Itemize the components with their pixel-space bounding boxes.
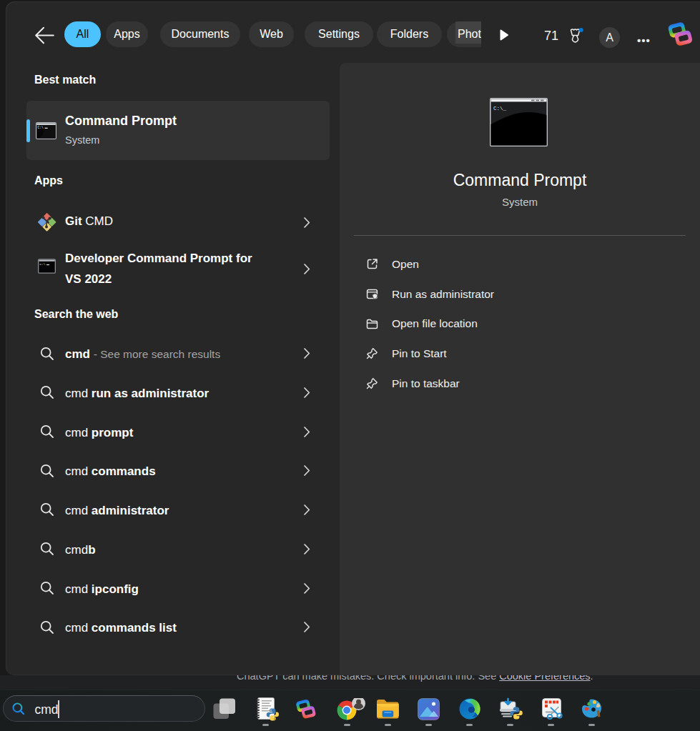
svg-text:C:\: C:\: [40, 262, 46, 266]
svg-text:C:\: C:\: [38, 126, 44, 129]
svg-text:C:\_: C:\_: [493, 106, 507, 111]
